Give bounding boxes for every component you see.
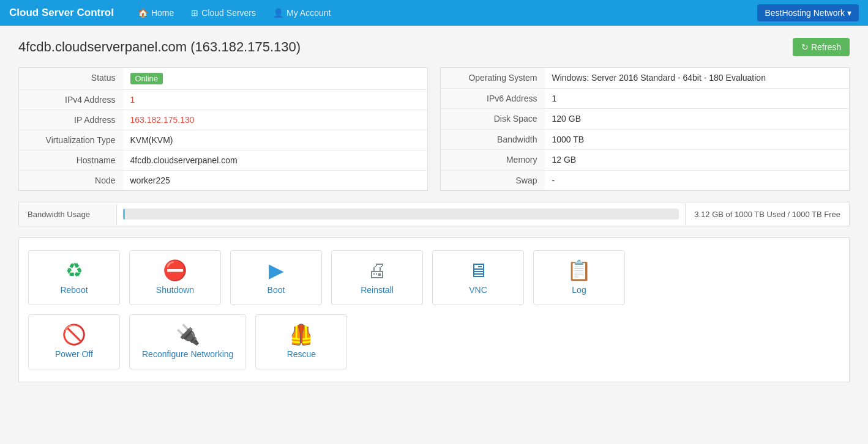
hosting-network-dropdown[interactable]: BestHosting Network ▾ (757, 4, 859, 21)
my-account-icon: 👤 (273, 8, 283, 18)
reinstall-icon: 🖨 (367, 261, 387, 280)
bandwidth-label: Bandwidth Usage (19, 204, 117, 225)
refresh-button[interactable]: ↻ Refresh (793, 38, 850, 56)
info-label: Virtualization Type (19, 130, 123, 150)
poweroff-label: Power Off (55, 349, 93, 359)
info-label: Hostname (19, 150, 123, 171)
info-label: Status (19, 68, 123, 90)
info-label: Disk Space (441, 109, 545, 130)
action-log-button[interactable]: 📋Log (533, 250, 625, 305)
info-value: - (545, 170, 850, 191)
poweroff-icon: 🚫 (62, 325, 86, 344)
action-boot-button[interactable]: ▶Boot (230, 250, 322, 305)
info-label: Node (19, 171, 123, 191)
nav-my-account[interactable]: 👤 My Account (264, 0, 339, 26)
actions-container: ♻Reboot⛔Shutdown▶Boot🖨Reinstall🖥VNC📋Log … (18, 237, 850, 382)
info-value: worker225 (123, 171, 428, 191)
action-reconfigure-networking-button[interactable]: 🔌Reconfigure Networking (129, 314, 246, 369)
rescue-label: Rescue (287, 349, 316, 359)
navbar-brand: Cloud Server Control (9, 7, 114, 19)
info-value: 163.182.175.130 (123, 110, 428, 130)
boot-icon: ▶ (269, 261, 284, 280)
cloud-servers-icon: ⊞ (191, 8, 198, 18)
server-info-right: Operating SystemWindows: Server 2016 Sta… (440, 67, 850, 191)
action-rescue-button[interactable]: 🦺Rescue (255, 314, 347, 369)
home-icon: 🏠 (138, 8, 148, 18)
info-label: IP Address (19, 110, 123, 130)
status-badge: Online (130, 73, 163, 84)
reconfigure-networking-label: Reconfigure Networking (142, 349, 233, 359)
nav-cloud-servers[interactable]: ⊞ Cloud Servers (182, 0, 264, 26)
bandwidth-bar-background (123, 209, 679, 220)
navbar: Cloud Server Control 🏠 Home ⊞ Cloud Serv… (0, 0, 868, 26)
bandwidth-bar-container (117, 202, 685, 226)
info-label: IPv4 Address (19, 90, 123, 110)
page-content: 4fcdb.cloudserverpanel.com (163.182.175.… (0, 26, 868, 394)
info-label: Swap (441, 170, 545, 191)
info-label: Bandwidth (441, 129, 545, 150)
shutdown-label: Shutdown (156, 285, 194, 295)
reboot-label: Reboot (60, 285, 88, 295)
rescue-icon: 🦺 (289, 325, 313, 344)
vnc-label: VNC (469, 285, 487, 295)
info-label: IPv6 Address (441, 88, 545, 109)
reconfigure-networking-icon: 🔌 (176, 325, 200, 344)
info-value: 12 GB (545, 150, 850, 171)
info-value: Windows: Server 2016 Standard - 64bit - … (545, 68, 850, 89)
info-value: 1 (123, 90, 428, 110)
info-value: 1000 TB (545, 129, 850, 150)
bandwidth-text: 3.12 GB of 1000 TB Used / 1000 TB Free (685, 204, 849, 225)
server-info-left: StatusOnlineIPv4 Address1IP Address163.1… (18, 67, 428, 191)
navbar-right: BestHosting Network ▾ (757, 4, 859, 21)
page-title: 4fcdb.cloudserverpanel.com (163.182.175.… (18, 39, 301, 55)
vnc-icon: 🖥 (468, 261, 488, 280)
info-value: KVM(KVM) (123, 130, 428, 150)
info-value: 4fcdb.cloudserverpanel.com (123, 150, 428, 171)
bandwidth-bar-fill (123, 209, 125, 220)
action-reboot-button[interactable]: ♻Reboot (28, 250, 120, 305)
info-label: Memory (441, 150, 545, 171)
info-tables: StatusOnlineIPv4 Address1IP Address163.1… (18, 67, 850, 191)
nav-home[interactable]: 🏠 Home (129, 0, 182, 26)
info-label: Operating System (441, 68, 545, 89)
action-shutdown-button[interactable]: ⛔Shutdown (129, 250, 221, 305)
reboot-icon: ♻ (65, 261, 83, 280)
bandwidth-row: Bandwidth Usage 3.12 GB of 1000 TB Used … (18, 202, 850, 226)
info-value: 120 GB (545, 109, 850, 130)
action-poweroff-button[interactable]: 🚫Power Off (28, 314, 120, 369)
log-label: Log (572, 285, 586, 295)
page-header: 4fcdb.cloudserverpanel.com (163.182.175.… (18, 38, 850, 56)
info-value: Online (123, 68, 428, 90)
reinstall-label: Reinstall (361, 285, 394, 295)
info-value: 1 (545, 88, 850, 109)
actions-row-2: 🚫Power Off🔌Reconfigure Networking🦺Rescue (28, 314, 840, 369)
action-vnc-button[interactable]: 🖥VNC (432, 250, 524, 305)
actions-row-1: ♻Reboot⛔Shutdown▶Boot🖨Reinstall🖥VNC📋Log (28, 250, 840, 305)
navbar-links: 🏠 Home ⊞ Cloud Servers 👤 My Account (129, 0, 757, 26)
log-icon: 📋 (567, 261, 591, 280)
action-reinstall-button[interactable]: 🖨Reinstall (331, 250, 423, 305)
shutdown-icon: ⛔ (163, 261, 187, 280)
boot-label: Boot (268, 285, 285, 295)
